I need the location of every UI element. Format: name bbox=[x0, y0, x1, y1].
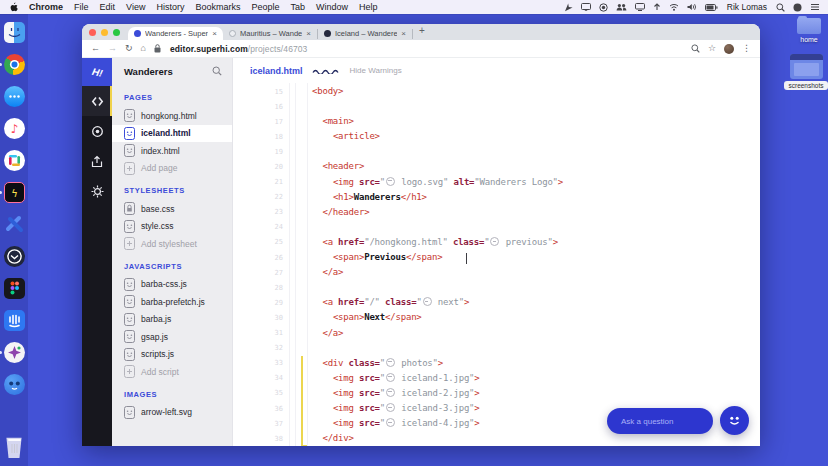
sidebar-section-title: STYLESHEETS bbox=[112, 186, 232, 195]
finder-icon bbox=[4, 22, 25, 43]
messages-icon bbox=[4, 86, 25, 107]
tab-close-icon[interactable]: × bbox=[212, 30, 217, 38]
sidebar-item-barba-css-js[interactable]: barba-css.js bbox=[112, 276, 232, 294]
code-line: 18 <article> bbox=[233, 129, 760, 144]
dock-slack[interactable] bbox=[4, 150, 25, 171]
sidebar-item-base-css[interactable]: base.css bbox=[112, 200, 232, 218]
window-minimize-button[interactable] bbox=[101, 29, 108, 36]
arrow-up-icon[interactable] bbox=[653, 3, 661, 11]
project-title: Wanderers bbox=[124, 66, 173, 77]
display-icon[interactable] bbox=[635, 3, 645, 11]
search-icon[interactable] bbox=[212, 66, 222, 76]
browser-tab-mauritius-wanderers[interactable]: Mauritius – Wanderers× bbox=[223, 29, 318, 39]
sidebar-item-index-html[interactable]: index.html bbox=[112, 142, 232, 160]
code-view-button[interactable] bbox=[82, 86, 112, 116]
open-file-name[interactable]: iceland.html bbox=[250, 66, 303, 76]
sidebar-item-add-script[interactable]: Add script bbox=[112, 363, 232, 381]
hide-warnings-link[interactable]: Hide Warnings bbox=[350, 66, 402, 75]
sidebar-item-arrow-left-svg[interactable]: arrow-left.svg bbox=[112, 404, 232, 422]
battery-icon[interactable] bbox=[705, 4, 718, 11]
bookmark-star-icon[interactable]: ☆ bbox=[708, 44, 716, 53]
desktop-icon-screenshots[interactable]: screenshots bbox=[784, 54, 828, 90]
code-line: 33 <div class=" photos"> bbox=[233, 356, 760, 371]
menu-item-history[interactable]: History bbox=[156, 2, 184, 12]
asset-chip-icon[interactable] bbox=[386, 418, 395, 427]
dock-mail[interactable] bbox=[4, 246, 25, 267]
dock-trash[interactable] bbox=[4, 437, 25, 458]
sidebar-item-gsap-js[interactable]: gsap.js bbox=[112, 328, 232, 346]
back-button[interactable]: ← bbox=[91, 44, 100, 53]
asset-chip-icon[interactable] bbox=[386, 177, 395, 186]
browser-tab-wanderers-superhi[interactable]: Wanderers - Superhi× bbox=[128, 27, 223, 40]
dock-video[interactable] bbox=[4, 342, 25, 363]
menu-item-bookmarks[interactable]: Bookmarks bbox=[195, 2, 240, 12]
code-text: </header> bbox=[283, 205, 369, 220]
url-domain: editor.superhi.com bbox=[170, 44, 248, 54]
sidebar-item-scripts-js[interactable]: scripts.js bbox=[112, 346, 232, 364]
profile-avatar[interactable] bbox=[724, 44, 734, 54]
menu-item-people[interactable]: People bbox=[251, 2, 279, 12]
dock-messages[interactable] bbox=[4, 86, 25, 107]
asset-chip-icon[interactable] bbox=[423, 297, 432, 306]
forward-button[interactable]: → bbox=[108, 44, 117, 53]
code-surface[interactable]: 15<body>1617 <main>18 <article>1920 <hea… bbox=[233, 83, 760, 446]
asset-chip-icon[interactable] bbox=[490, 237, 499, 246]
menu-item-tab[interactable]: Tab bbox=[290, 2, 305, 12]
asset-chip-icon[interactable] bbox=[386, 388, 395, 397]
menu-item-view[interactable]: View bbox=[126, 2, 145, 12]
browser-menu-icon[interactable]: ⋮ bbox=[742, 44, 751, 53]
sidebar-item-barba-prefetch-js[interactable]: barba-prefetch.js bbox=[112, 293, 232, 311]
sidebar-item-add-stylesheet[interactable]: Add stylesheet bbox=[112, 235, 232, 253]
sidebar-item-add-page[interactable]: Add page bbox=[112, 160, 232, 178]
menu-item-file[interactable]: File bbox=[74, 2, 89, 12]
settings-button[interactable] bbox=[82, 176, 112, 206]
apple-menu-icon[interactable] bbox=[10, 2, 18, 12]
asset-chip-icon[interactable] bbox=[386, 373, 395, 382]
location-icon[interactable] bbox=[564, 3, 573, 12]
asset-chip-icon[interactable] bbox=[386, 403, 395, 412]
ask-question-button[interactable]: Ask a question bbox=[607, 408, 713, 434]
desktop-icon-home[interactable]: home bbox=[789, 18, 828, 43]
home-button[interactable]: ⌂ bbox=[141, 44, 146, 53]
screen-mirror-icon[interactable] bbox=[581, 3, 591, 11]
wifi-icon[interactable] bbox=[669, 3, 679, 11]
tab-close-icon[interactable]: × bbox=[306, 30, 311, 38]
siri-icon[interactable] bbox=[793, 3, 802, 12]
sidebar-item-iceland-html[interactable]: iceland.html bbox=[112, 125, 232, 143]
dock-codeapp[interactable] bbox=[4, 214, 25, 235]
address-bar[interactable]: editor.superhi.com/projects/46703 bbox=[170, 44, 307, 54]
dock-chrome[interactable] bbox=[4, 54, 25, 75]
tab-close-icon[interactable]: × bbox=[401, 30, 406, 38]
dock-music[interactable]: ♪ bbox=[4, 118, 25, 139]
upload-button[interactable] bbox=[82, 146, 112, 176]
assistant-smiley-button[interactable] bbox=[720, 406, 749, 435]
code-line: 24 bbox=[233, 220, 760, 235]
preview-button[interactable] bbox=[82, 116, 112, 146]
sidebar-item-hongkong-html[interactable]: hongkong.html bbox=[112, 107, 232, 125]
browser-tab-iceland-wanderers[interactable]: Iceland – Wanderers× bbox=[318, 29, 413, 39]
window-close-button[interactable] bbox=[89, 29, 96, 36]
menu-chrome[interactable]: Chrome bbox=[29, 2, 63, 12]
sidebar-item-style-css[interactable]: style.css bbox=[112, 218, 232, 236]
sidebar-item-barba-js[interactable]: barba.js bbox=[112, 311, 232, 329]
dock-figma[interactable] bbox=[4, 278, 25, 299]
window-zoom-button[interactable] bbox=[113, 29, 120, 36]
dock-face[interactable] bbox=[4, 374, 25, 395]
superhi-logo[interactable]: H! bbox=[82, 58, 112, 86]
record-icon[interactable] bbox=[599, 3, 608, 12]
spotlight-icon[interactable] bbox=[776, 3, 785, 12]
volume-icon[interactable] bbox=[687, 3, 697, 11]
dock-terminal[interactable]: ϟ bbox=[4, 182, 25, 203]
users-icon[interactable] bbox=[616, 3, 627, 11]
control-center-icon[interactable] bbox=[810, 3, 820, 11]
menu-item-help[interactable]: Help bbox=[359, 2, 378, 12]
menubar-username[interactable]: Rik Lomas bbox=[727, 2, 767, 12]
dock-intercom[interactable] bbox=[4, 310, 25, 331]
dock-finder[interactable] bbox=[4, 22, 25, 43]
asset-chip-icon[interactable] bbox=[386, 358, 395, 367]
zoom-icon[interactable] bbox=[691, 44, 700, 53]
new-tab-button[interactable]: + bbox=[419, 26, 425, 36]
menu-item-window[interactable]: Window bbox=[316, 2, 348, 12]
reload-button[interactable]: ↻ bbox=[125, 44, 133, 53]
menu-item-edit[interactable]: Edit bbox=[100, 2, 116, 12]
